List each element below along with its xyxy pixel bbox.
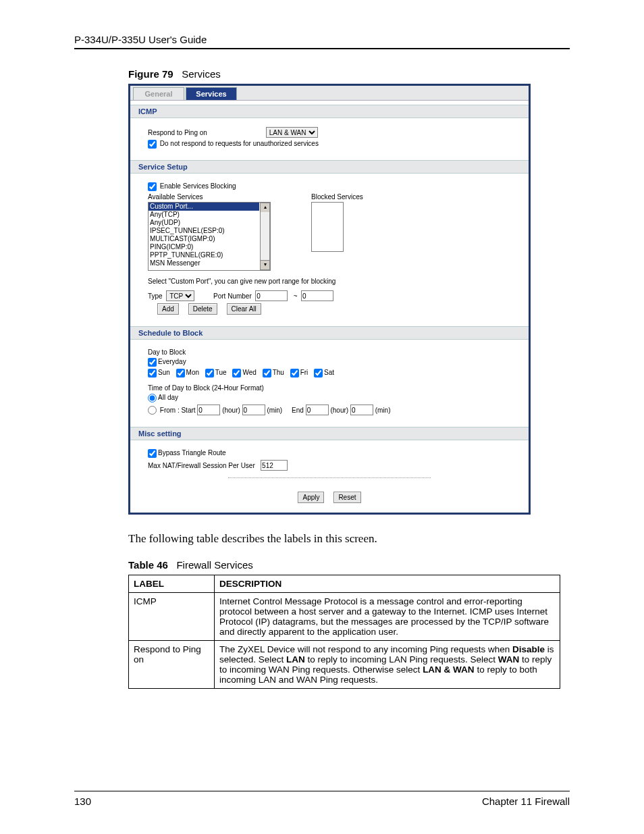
- day-tue-checkbox[interactable]: [205, 369, 214, 377]
- table-label: Table 46: [128, 559, 168, 571]
- noresp-unauth-checkbox[interactable]: [148, 140, 157, 149]
- list-item[interactable]: PPTP_TUNNEL(GRE:0): [149, 251, 259, 259]
- clear-all-button[interactable]: Clear All: [227, 303, 261, 315]
- day-mon-label: Mon: [186, 369, 199, 376]
- hour-unit: (hour): [222, 407, 240, 414]
- misc-body: Bypass Triangle Route Max NAT/Firewall S…: [130, 440, 529, 492]
- end-label: End: [292, 407, 304, 414]
- bypass-triangle-label: Bypass Triangle Route: [158, 449, 226, 457]
- list-item[interactable]: PING(ICMP:0): [149, 243, 259, 251]
- dotted-separator: [228, 477, 431, 478]
- page-footer: 130 Chapter 11 Firewall: [74, 791, 570, 807]
- cell-desc: Internet Control Message Protocol is a m…: [215, 593, 560, 641]
- table-caption: Table 46 Firewall Services: [128, 559, 570, 571]
- min-unit: (min): [267, 407, 282, 414]
- respond-ping-select[interactable]: LAN & WAN: [266, 127, 318, 138]
- available-services-listbox[interactable]: Custom Port... Any(TCP) Any(UDP) IPSEC_T…: [148, 202, 271, 271]
- figure-caption: Figure 79 Services: [128, 68, 570, 80]
- start-min-input[interactable]: [242, 405, 265, 415]
- end-hour-input[interactable]: [306, 405, 329, 415]
- bypass-triangle-checkbox[interactable]: [148, 449, 157, 458]
- maxnat-label: Max NAT/Firewall Session Per User: [148, 462, 255, 469]
- section-header-misc: Misc setting: [130, 427, 529, 440]
- tilde: ~: [294, 292, 298, 300]
- list-item[interactable]: Custom Port...: [149, 203, 259, 211]
- day-mon-checkbox[interactable]: [176, 369, 185, 377]
- tab-services[interactable]: Services: [186, 87, 237, 100]
- all-day-radio[interactable]: [148, 394, 157, 402]
- scroll-down-icon[interactable]: ▾: [260, 260, 270, 270]
- respond-ping-label: Respond to Ping on: [148, 129, 264, 136]
- type-select[interactable]: TCP: [166, 290, 194, 301]
- available-services-label: Available Services: [148, 193, 271, 201]
- maxnat-input[interactable]: [261, 460, 288, 471]
- day-fri-checkbox[interactable]: [290, 369, 299, 377]
- icmp-body: Respond to Ping on LAN & WAN Do not resp…: [130, 118, 529, 160]
- from-radio[interactable]: [148, 406, 157, 415]
- end-min-input[interactable]: [350, 405, 373, 415]
- header-rule: [74, 48, 570, 49]
- everyday-checkbox[interactable]: [148, 358, 157, 367]
- day-tue-label: Tue: [215, 369, 227, 376]
- list-item[interactable]: IPSEC_TUNNEL(ESP:0): [149, 227, 259, 235]
- figure-title: Services: [182, 68, 221, 80]
- from-start-label: From : Start: [160, 407, 196, 414]
- header-guide-title: P-334U/P-335U User's Guide: [74, 34, 570, 45]
- reset-button[interactable]: Reset: [333, 492, 360, 503]
- list-item[interactable]: Any(TCP): [149, 211, 259, 219]
- table-header-row: LABEL DESCRIPTION: [129, 575, 560, 593]
- service-setup-body: Enable Services Blocking Available Servi…: [130, 174, 529, 326]
- day-sun-label: Sun: [158, 369, 170, 376]
- port-from-input[interactable]: [255, 290, 288, 301]
- hour-unit: (hour): [330, 407, 348, 414]
- tab-general[interactable]: General: [133, 87, 184, 100]
- scroll-up-icon[interactable]: ▴: [260, 203, 270, 213]
- blocked-services-label: Blocked Services: [311, 193, 363, 201]
- apply-button[interactable]: Apply: [298, 492, 324, 503]
- schedule-body: Day to Block Everyday Sun Mon Tue Wed Th…: [130, 340, 529, 427]
- port-to-input[interactable]: [301, 290, 333, 301]
- page-number: 130: [74, 796, 91, 807]
- body-paragraph: The following table describes the labels…: [128, 532, 570, 546]
- add-button[interactable]: Add: [157, 303, 179, 315]
- delete-button[interactable]: Delete: [188, 303, 217, 315]
- min-unit: (min): [375, 407, 391, 414]
- th-label: LABEL: [129, 575, 215, 593]
- day-thu-label: Thu: [273, 369, 284, 376]
- port-number-label: Port Number: [213, 292, 252, 300]
- figure-label: Figure 79: [128, 68, 173, 80]
- day-wed-checkbox[interactable]: [232, 369, 241, 377]
- form-actions: Apply Reset: [130, 492, 529, 503]
- table-title: Firewall Services: [176, 559, 252, 571]
- start-hour-input[interactable]: [197, 405, 220, 415]
- custom-port-hint: Select "Custom Port", you can give new p…: [148, 278, 511, 285]
- day-sun-checkbox[interactable]: [148, 369, 157, 377]
- list-item[interactable]: MULTICAST(IGMP:0): [149, 235, 259, 243]
- table-row: ICMP Internet Control Message Protocol i…: [129, 593, 560, 641]
- all-day-label: All day: [158, 394, 178, 401]
- day-fri-label: Fri: [300, 369, 308, 376]
- enable-blocking-label: Enable Services Blocking: [160, 182, 236, 190]
- day-thu-checkbox[interactable]: [263, 369, 271, 377]
- description-table: LABEL DESCRIPTION ICMP Internet Control …: [128, 575, 560, 689]
- list-item[interactable]: Any(UDP): [149, 219, 259, 227]
- cell-desc: The ZyXEL Device will not respond to any…: [215, 641, 560, 689]
- list-item[interactable]: MSN Messenger: [149, 259, 259, 267]
- table-row: Respond to Ping on The ZyXEL Device will…: [129, 641, 560, 689]
- noresp-unauth-label: Do not respond to requests for unauthori…: [160, 140, 319, 147]
- footer-rule: [74, 791, 570, 791]
- chapter-label: Chapter 11 Firewall: [482, 796, 570, 807]
- screenshot-container: GeneralServices ICMP Respond to Ping on …: [128, 84, 531, 515]
- scrollbar-track[interactable]: [260, 212, 270, 261]
- day-sat-checkbox[interactable]: [314, 369, 323, 377]
- section-header-service-setup: Service Setup: [130, 160, 529, 174]
- blocked-services-listbox[interactable]: [311, 202, 344, 252]
- day-wed-label: Wed: [242, 369, 256, 376]
- type-label: Type: [148, 292, 163, 300]
- cell-label: ICMP: [129, 593, 215, 641]
- day-to-block-label: Day to Block: [148, 348, 511, 356]
- enable-blocking-checkbox[interactable]: [148, 182, 157, 191]
- everyday-label: Everyday: [158, 358, 186, 365]
- section-header-icmp: ICMP: [130, 105, 529, 118]
- section-header-schedule: Schedule to Block: [130, 326, 529, 340]
